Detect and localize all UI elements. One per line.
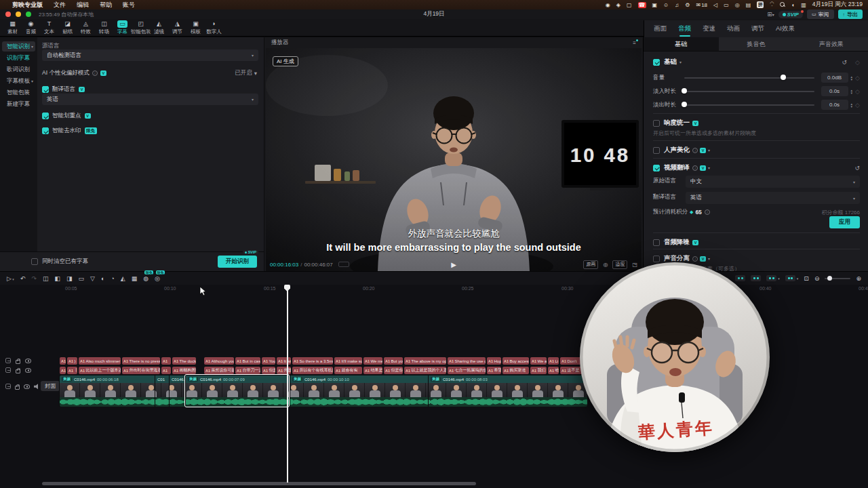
start-recognition-button[interactable]: 开始识别 SVIP bbox=[218, 256, 257, 268]
wifi-icon[interactable]: ◠· bbox=[770, 2, 774, 7]
tab-canvas[interactable]: 画面 bbox=[654, 24, 667, 33]
subtitle-clip-zh[interactable]: A1但是你 bbox=[384, 367, 403, 374]
tab-speed[interactable]: 变速 bbox=[703, 24, 715, 33]
subtitle-clip-zh[interactable]: A1我们 bbox=[530, 367, 547, 374]
info-icon[interactable]: i bbox=[92, 70, 98, 76]
subtitle-clip-en[interactable]: A1So there is a 3.5mm aud bbox=[292, 357, 333, 365]
tab-adjust[interactable]: 调节 bbox=[751, 24, 764, 33]
zoom-out-icon[interactable]: ⊖ bbox=[814, 275, 820, 282]
subtitle-clip-en[interactable]: A1Although you f bbox=[204, 357, 234, 365]
translate-language-dropdown[interactable]: 英语 ▾ bbox=[42, 94, 258, 105]
ribbon-item-effects[interactable]: ◬特效 bbox=[77, 20, 94, 35]
record-options[interactable] bbox=[785, 275, 795, 281]
zoom-slider-handle[interactable] bbox=[827, 276, 832, 281]
subtitle-clip-zh[interactable]: A1以上就是我的个人观点分享 bbox=[404, 367, 446, 374]
info-icon[interactable]: i bbox=[692, 165, 698, 171]
ribbon-item-digital-human[interactable]: ◗数字人 bbox=[205, 20, 222, 35]
subtitle-clip-zh[interactable]: A1结果是 bbox=[363, 367, 382, 374]
mark-icon[interactable]: ▽ bbox=[90, 275, 95, 282]
subtitle-clip-zh[interactable]: A1丨 bbox=[67, 367, 77, 374]
subtitle-clip-en[interactable]: A1You bbox=[262, 357, 275, 365]
video-clip-label[interactable]: C01 bbox=[155, 375, 168, 383]
menubar-menu[interactable]: 编辑 bbox=[77, 1, 89, 9]
keyboard-app-icon[interactable]: ▣ bbox=[652, 2, 658, 8]
keyframe-icon[interactable]: ◇ bbox=[855, 102, 860, 108]
info-icon[interactable]: i bbox=[705, 209, 710, 215]
sidebar-item-subtitle-templates[interactable]: 字幕模板▾ bbox=[2, 76, 35, 86]
video-clip-label[interactable]: 美颜C0146.mp400:00:06:18 bbox=[60, 375, 154, 383]
stepper-icon[interactable]: ▴▾ bbox=[851, 89, 853, 94]
export-button[interactable]: ↑导出 bbox=[838, 9, 863, 19]
delete-icon[interactable]: ▭ bbox=[78, 275, 84, 282]
subtitle-clip-zh[interactable]: A1购买渠道 bbox=[502, 367, 529, 374]
player-menu-icon[interactable]: ≡ bbox=[633, 40, 636, 46]
play-button[interactable]: ▶ bbox=[451, 261, 456, 268]
slider-handle[interactable] bbox=[682, 102, 687, 107]
subtitle-clip-en[interactable]: A1Buy access bbox=[502, 357, 529, 365]
subtitle-clip-zh[interactable]: A1 bbox=[161, 367, 171, 374]
input-method-icon[interactable]: 拼 bbox=[757, 1, 764, 8]
lock-track-icon[interactable] bbox=[15, 386, 20, 390]
ai-preference-state-dropdown[interactable]: 已开启▾ bbox=[235, 69, 257, 77]
redo-icon[interactable]: ↷ bbox=[31, 275, 37, 282]
spotlight-search-icon[interactable] bbox=[780, 2, 785, 7]
subtitle-clip-en[interactable]: A1We a bbox=[530, 357, 547, 365]
sidebar-item-recognize-subtitles[interactable]: 识别字幕 bbox=[2, 53, 35, 63]
source-language-dropdown[interactable]: 自动检测语言 ▾ bbox=[42, 49, 258, 61]
menubar-datetime[interactable]: 4月19日 周六 23:19 bbox=[812, 1, 863, 9]
subtitle-clip-zh[interactable]: A1外出时在街里逛逛的 bbox=[122, 367, 160, 374]
chroma-key-icon[interactable]: ◍限免 bbox=[143, 275, 149, 282]
subtitle-clip-en[interactable]: A1Hop bbox=[487, 357, 501, 365]
smart-highlight-checkbox[interactable] bbox=[42, 113, 49, 119]
window-app-icon[interactable]: ▢ bbox=[627, 2, 632, 8]
info-icon[interactable]: i bbox=[692, 148, 698, 153]
subtitle-clip-en[interactable]: A1) bbox=[67, 357, 77, 365]
subtitle-clip-en[interactable]: A1It'll make sur bbox=[334, 357, 362, 365]
crop-icon[interactable]: ▦ bbox=[132, 275, 138, 282]
split-keep-left-icon[interactable]: ◧ bbox=[54, 275, 60, 282]
subtab-voice-change[interactable]: 换音色 bbox=[719, 37, 794, 51]
loop-toggle-icon[interactable] bbox=[338, 262, 349, 267]
video-clip-label[interactable]: 美颜C0146.mp400:00:07:09 bbox=[186, 375, 289, 383]
display-icon[interactable]: ▭ bbox=[724, 2, 729, 8]
toggle-visibility-icon[interactable] bbox=[24, 384, 30, 389]
siri-icon[interactable]: ◐ bbox=[791, 2, 795, 8]
keychain-icon[interactable]: ⚙ bbox=[685, 2, 690, 8]
subtitle-clip-en[interactable]: A1We mee bbox=[363, 357, 382, 365]
menubar-menu[interactable]: 帮助 bbox=[100, 1, 112, 9]
close-window-button[interactable] bbox=[5, 12, 11, 17]
subtitle-clip-zh[interactable]: A1比以前上一个版本还 bbox=[79, 367, 121, 374]
reset-icon[interactable]: ↺ bbox=[842, 59, 848, 66]
clear-existing-checkbox[interactable] bbox=[31, 258, 38, 265]
video-clip-label[interactable]: C0146.mp4 bbox=[170, 375, 184, 383]
subtitle-clip-en[interactable]: A1There is no press bbox=[122, 357, 160, 365]
subtitle-clip-en[interactable]: A1Sharing the use of bbox=[448, 357, 486, 365]
ribbon-item-audio[interactable]: ◉音频 bbox=[22, 20, 39, 35]
ribbon-item-templates[interactable]: ▣模板 bbox=[187, 20, 204, 35]
menubar-menu[interactable]: 文件 bbox=[54, 1, 66, 9]
menubar-app-name[interactable]: 剪映专业版 bbox=[12, 1, 43, 9]
subtitle-clip-zh[interactable]: A1外放声 bbox=[277, 367, 291, 374]
cover-button[interactable]: 封面 bbox=[41, 381, 60, 391]
subtitle-clip-en[interactable]: A1The dock bbox=[172, 357, 196, 365]
control-center-icon[interactable]: ▥ bbox=[801, 2, 806, 8]
slider-track-volume[interactable] bbox=[684, 77, 814, 79]
mirror-icon[interactable]: ◭ bbox=[121, 275, 125, 282]
shapes-app-icon[interactable]: ◈ bbox=[616, 2, 620, 8]
keyframe-icon[interactable]: ◇ bbox=[855, 88, 860, 95]
basic-section-checkbox[interactable] bbox=[653, 59, 660, 66]
subtitle-clip-en[interactable]: A1But you bbox=[384, 357, 403, 365]
subtitle-clip-zh[interactable]: A1但是 bbox=[262, 367, 275, 374]
tab-ai-effects[interactable]: AI效果 bbox=[776, 24, 795, 33]
subtab-basic[interactable]: 基础 bbox=[644, 37, 719, 51]
review-button[interactable]: ▭审阅 bbox=[807, 9, 834, 19]
volume-icon[interactable]: ◁ bbox=[713, 2, 717, 8]
split-keep-right-icon[interactable]: ◨ bbox=[66, 275, 73, 282]
undo-icon[interactable]: ↶ bbox=[20, 275, 26, 282]
subtitle-clip-zh[interactable]: A1就会有实 bbox=[334, 367, 362, 374]
phone-app-icon[interactable]: ☎ bbox=[638, 2, 646, 8]
subtitle-clip-en[interactable]: A1Also much slimmer bbox=[79, 357, 121, 365]
split-icon[interactable]: ◫ bbox=[43, 275, 49, 282]
horizontal-scrollbar[interactable] bbox=[42, 482, 476, 485]
tab-audio[interactable]: 音频 bbox=[678, 24, 691, 33]
